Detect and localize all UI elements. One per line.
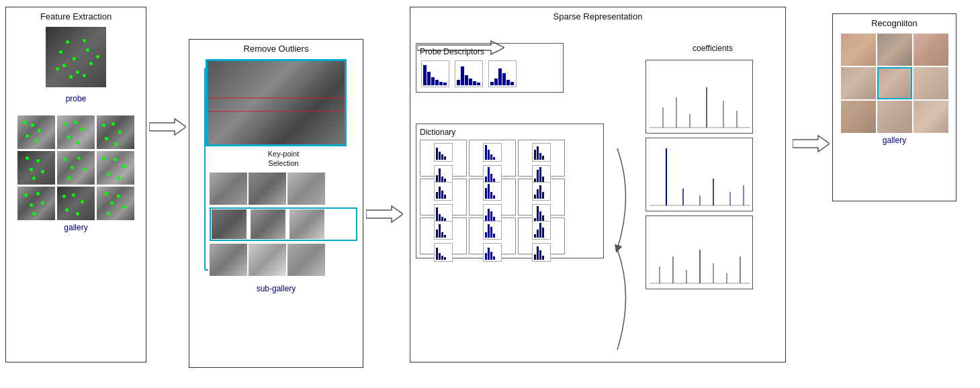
face-cell	[289, 209, 324, 239]
dict-cell	[469, 179, 516, 215]
sparse-left-panel: Probe Descriptors	[416, 40, 639, 289]
arrow-1	[149, 117, 186, 136]
recog-face-7	[841, 101, 876, 133]
dict-histogram	[434, 221, 453, 240]
probe-image	[46, 27, 106, 87]
coeff-box-1	[645, 60, 753, 134]
dict-histogram	[434, 243, 453, 262]
arrow-3-container	[790, 134, 832, 153]
probe-descriptors-label: Probe Descriptors	[420, 47, 560, 56]
coeff-box-3	[645, 215, 753, 289]
recognition-gallery-grid	[841, 34, 948, 133]
main-layout: Feature Extraction probe	[0, 0, 980, 388]
recog-face-9	[914, 101, 948, 133]
recog-face-3	[914, 34, 948, 66]
arrow-2	[366, 205, 403, 224]
dict-cell	[518, 217, 565, 254]
dict-histogram	[434, 165, 453, 184]
recog-face-8	[877, 101, 912, 133]
gallery-cell	[57, 115, 95, 149]
face-cell	[287, 244, 325, 276]
recog-face-1	[841, 34, 876, 66]
faces-row-3	[210, 244, 357, 276]
dict-histogram	[434, 182, 453, 201]
dict-cell	[420, 140, 467, 177]
recog-face-5-selected	[877, 67, 912, 99]
gallery-cell	[57, 151, 95, 185]
sparse-representation-section: Sparse Representation Probe Descriptors	[410, 7, 786, 362]
probe-label: probe	[66, 94, 87, 103]
gallery-cell	[17, 151, 55, 185]
dict-histogram	[532, 165, 551, 184]
bracket-connector	[195, 62, 208, 277]
dict-cell	[469, 140, 516, 177]
histogram-1	[421, 60, 449, 87]
coefficients-label: coefficients	[645, 44, 780, 53]
recognition-title: Recogniiton	[871, 18, 918, 28]
keypoint-face-large	[206, 59, 347, 146]
remove-outliers-title: Remove Outliers	[244, 44, 309, 54]
arrow-3	[793, 134, 830, 153]
coeff-chart-1	[646, 60, 753, 134]
arrow-2-container	[363, 205, 406, 224]
coeff-box-2	[645, 138, 753, 211]
coeff-chart-2	[646, 138, 753, 211]
probe-descriptors-box: Probe Descriptors	[416, 43, 564, 93]
dict-cell	[518, 179, 565, 215]
svg-marker-0	[149, 119, 186, 135]
arrow-1-container	[146, 117, 189, 136]
dict-histogram	[532, 143, 551, 162]
dict-histogram	[483, 182, 502, 201]
dict-histogram	[483, 143, 502, 162]
dict-histogram	[483, 165, 502, 184]
faces-row-1	[210, 173, 357, 205]
gallery-cell	[97, 115, 134, 149]
face-cell	[212, 209, 247, 239]
face-cell	[287, 173, 325, 205]
dict-cell	[518, 140, 565, 177]
svg-marker-6	[366, 206, 403, 222]
face-cell	[210, 244, 247, 276]
dict-histogram	[532, 221, 551, 240]
histogram-2	[455, 60, 483, 87]
dict-histogram	[532, 204, 551, 223]
sparse-rep-title: Sparse Representation	[553, 11, 643, 21]
recog-face-2	[877, 34, 912, 66]
sparse-inner-layout: Probe Descriptors	[416, 40, 780, 289]
dict-histogram	[434, 143, 453, 162]
dict-histogram	[532, 243, 551, 262]
sub-gallery-selected	[210, 207, 357, 241]
face-cell	[251, 209, 285, 239]
dict-histogram	[483, 204, 502, 223]
recog-face-4	[841, 67, 876, 99]
dictionary-box: Dictionary	[416, 124, 604, 258]
face-cell	[210, 173, 247, 205]
dict-histogram	[483, 243, 502, 262]
gallery-cell	[17, 187, 55, 220]
dict-cell	[420, 217, 467, 254]
coeff-chart-3	[646, 216, 753, 289]
gallery-cell	[17, 115, 55, 149]
keypoint-selection-label: Key-pointSelection	[210, 149, 357, 168]
face-cell	[249, 173, 286, 205]
dict-histogram	[532, 182, 551, 201]
dict-cell	[420, 179, 467, 215]
feature-extraction-title: Feature Extraction	[40, 11, 112, 21]
svg-marker-30	[793, 136, 830, 152]
gallery-grid	[17, 115, 134, 220]
gallery-label: gallery	[64, 223, 87, 232]
gallery-cell	[57, 187, 95, 220]
gallery-cell	[97, 187, 134, 220]
gallery-cell	[97, 151, 134, 185]
probe-histograms	[420, 59, 560, 89]
face-cell	[249, 244, 286, 276]
dictionary-label: Dictionary	[420, 128, 600, 137]
histogram-3	[488, 60, 517, 87]
dict-cell	[469, 217, 516, 254]
sub-gallery-label: sub-gallery	[257, 284, 296, 293]
remove-outliers-section: Remove Outliers	[189, 39, 363, 368]
dict-histogram	[483, 221, 502, 240]
recog-face-6	[914, 67, 948, 99]
coefficients-panel: coefficients	[645, 40, 780, 289]
dict-histogram	[434, 204, 453, 223]
